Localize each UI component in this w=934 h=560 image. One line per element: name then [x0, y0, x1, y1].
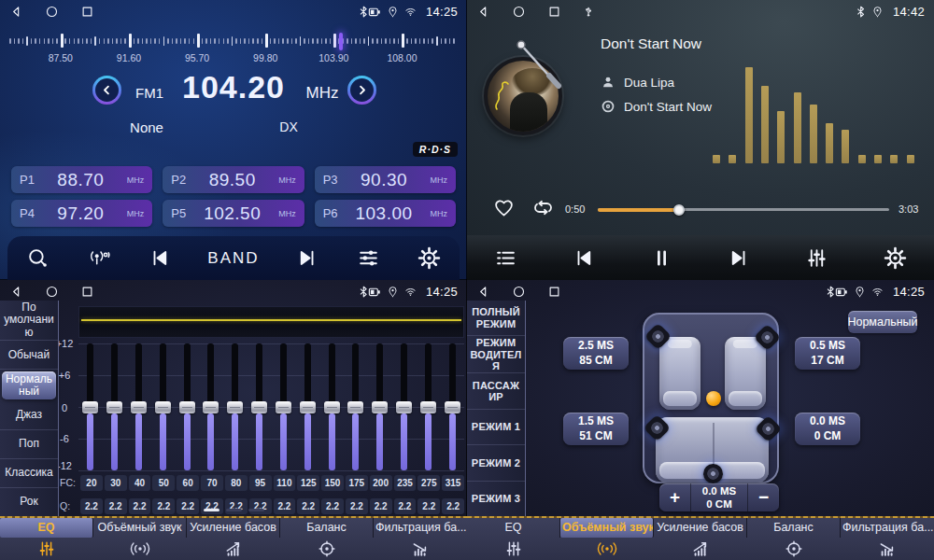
slider-thumb[interactable] — [82, 401, 98, 413]
delay-front-left-button[interactable]: 2.5 MS 85 CM — [563, 337, 629, 370]
repeat-button[interactable] — [531, 197, 556, 219]
q-value-chip[interactable]: 2.2 — [249, 498, 272, 514]
fc-value-chip[interactable]: 80 — [225, 475, 248, 491]
slider-thumb[interactable] — [131, 401, 147, 413]
home-icon[interactable] — [512, 5, 526, 19]
fc-value-chip[interactable]: 175 — [346, 475, 368, 491]
tune-up-button[interactable] — [347, 76, 376, 105]
home-icon[interactable] — [45, 5, 59, 19]
q-value-chip[interactable]: 2.2 — [152, 498, 175, 514]
surround-mode-item[interactable]: РЕЖИМ 2 — [467, 445, 525, 481]
slider-thumb[interactable] — [445, 401, 460, 413]
delay-front-right-button[interactable]: 0.5 MS 17 CM — [795, 337, 860, 370]
tab-surround-sound[interactable]: Объёмный звук — [93, 518, 187, 560]
eq-band-slider[interactable] — [392, 343, 417, 471]
eq-vertical-button[interactable] — [805, 246, 828, 270]
fc-value-chip[interactable]: 275 — [417, 475, 440, 491]
eq-band-slider[interactable] — [150, 343, 175, 471]
eq-band-slider[interactable] — [416, 343, 440, 471]
eq-band-slider[interactable] — [344, 343, 368, 471]
home-icon[interactable] — [45, 285, 59, 299]
preset-button-3[interactable]: P390.30MHz — [315, 166, 456, 193]
q-value-chip[interactable]: 2.2 — [274, 498, 296, 514]
preset-button-6[interactable]: P6103.00MHz — [315, 200, 456, 227]
slider-thumb[interactable] — [276, 401, 291, 413]
skip-previous-button[interactable] — [572, 246, 595, 270]
decrease-delay-button[interactable]: − — [748, 483, 779, 511]
fc-value-chip[interactable]: 125 — [297, 475, 319, 491]
fc-value-chip[interactable]: 235 — [394, 475, 417, 491]
surround-mode-item[interactable]: ПАССАЖИР — [467, 373, 525, 409]
tab-bass-boost[interactable]: Усиление басов — [187, 518, 280, 560]
progress-knob[interactable] — [673, 204, 685, 216]
tab-bass-filter[interactable]: Фильтрация ба... — [841, 518, 934, 560]
fc-value-chip[interactable]: 50 — [152, 475, 175, 491]
fc-value-chip[interactable]: 95 — [249, 475, 272, 491]
tab-bass-filter[interactable]: Фильтрация ба... — [374, 518, 467, 560]
eq-preset-item[interactable]: Поп — [0, 430, 58, 459]
q-value-chip[interactable]: 2.2 — [129, 498, 151, 514]
q-value-chip[interactable]: 2.2 — [201, 498, 223, 514]
home-icon[interactable] — [512, 285, 526, 299]
eq-preset-item[interactable]: Джаз — [0, 401, 58, 430]
fc-value-chip[interactable]: 150 — [321, 475, 344, 491]
surround-mode-item[interactable]: ПОЛНЫЙ РЕЖИМ — [467, 301, 525, 336]
eq-band-slider[interactable] — [223, 343, 248, 471]
eq-band-slider[interactable] — [248, 343, 272, 471]
q-value-chip[interactable]: 2.2 — [297, 498, 319, 514]
eq-band-slider[interactable] — [272, 343, 296, 471]
eq-band-slider[interactable] — [368, 343, 392, 471]
q-value-chip[interactable]: 2.2 — [417, 498, 440, 514]
slider-thumb[interactable] — [227, 401, 243, 413]
slider-thumb[interactable] — [347, 401, 363, 413]
preset-button-2[interactable]: P289.50MHz — [163, 166, 304, 193]
favorite-button[interactable] — [492, 197, 516, 218]
eq-horizontal-button[interactable] — [357, 246, 380, 270]
q-value-chip[interactable]: 2.2 — [321, 498, 344, 514]
radio-seek-button[interactable] — [87, 246, 110, 270]
recents-icon[interactable] — [547, 285, 561, 299]
q-value-chip[interactable]: 2.2 — [80, 498, 103, 514]
subwoofer-icon[interactable] — [703, 464, 723, 483]
eq-band-slider[interactable] — [440, 343, 464, 471]
playlist-button[interactable] — [494, 246, 517, 270]
fc-value-chip[interactable]: 40 — [129, 475, 151, 491]
delay-rear-left-button[interactable]: 1.5 MS 51 CM — [563, 413, 629, 445]
progress-bar[interactable] — [598, 208, 889, 211]
fc-value-chip[interactable]: 20 — [80, 475, 103, 491]
slider-thumb[interactable] — [179, 401, 195, 413]
slider-thumb[interactable] — [372, 401, 388, 413]
recents-icon[interactable] — [80, 5, 94, 19]
q-value-chip[interactable]: 2.2 — [225, 498, 248, 514]
eq-band-slider[interactable] — [127, 343, 151, 471]
q-value-chip[interactable]: 2.2 — [105, 498, 127, 514]
tab-eq[interactable]: EQ — [0, 518, 93, 560]
slider-thumb[interactable] — [324, 401, 340, 413]
frequency-scale[interactable]: 87.5091.6095.7099.80103.90108.00 — [0, 26, 467, 60]
skip-previous-button[interactable] — [148, 246, 171, 270]
surround-mode-item[interactable]: РЕЖИМ ВОДИТЕЛЯ — [467, 336, 525, 373]
settings-button[interactable] — [884, 246, 907, 270]
pause-button[interactable] — [650, 246, 673, 270]
recents-icon[interactable] — [547, 5, 561, 19]
back-icon[interactable] — [9, 5, 23, 19]
eq-preset-item[interactable]: Классика — [0, 459, 58, 488]
fc-value-chip[interactable]: 70 — [201, 475, 223, 491]
settings-button[interactable] — [417, 246, 441, 270]
tune-down-button[interactable] — [92, 76, 121, 105]
tab-surround-sound[interactable]: Объёмный звук — [560, 518, 654, 560]
fc-value-chip[interactable]: 200 — [370, 475, 392, 491]
eq-preset-item[interactable]: Обычай — [0, 341, 58, 370]
surround-mode-item[interactable]: РЕЖИМ 3 — [467, 482, 525, 516]
listener-position-dot[interactable] — [706, 391, 721, 406]
surround-mode-item[interactable]: РЕЖИМ 1 — [467, 410, 525, 445]
q-value-chip[interactable]: 2.2 — [346, 498, 368, 514]
tab-balance[interactable]: Баланс — [280, 518, 374, 560]
eq-band-slider[interactable] — [295, 343, 319, 471]
eq-preset-item[interactable]: Рок — [0, 488, 58, 516]
slider-thumb[interactable] — [300, 401, 316, 413]
back-icon[interactable] — [476, 285, 490, 299]
eq-band-slider[interactable] — [199, 343, 223, 471]
fc-value-chip[interactable]: 110 — [274, 475, 296, 491]
increase-delay-button[interactable]: + — [659, 483, 690, 511]
